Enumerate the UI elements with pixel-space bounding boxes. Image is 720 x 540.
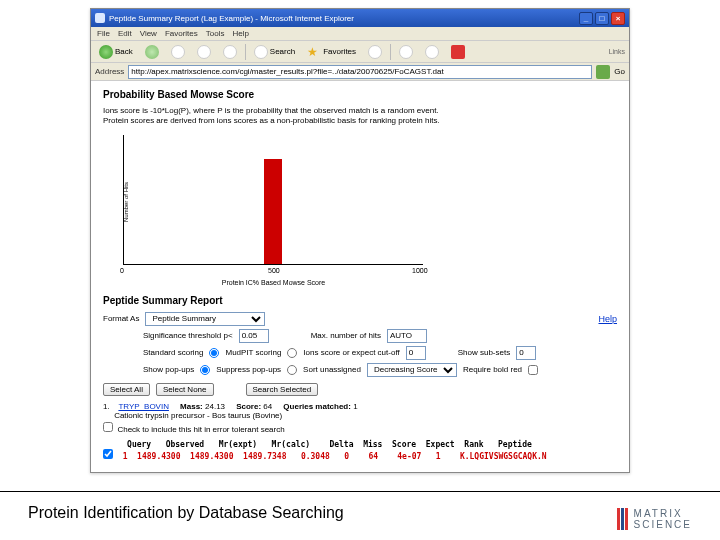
refresh-icon — [197, 45, 211, 59]
history-icon — [368, 45, 382, 59]
chart-xtick-0: 0 — [120, 267, 124, 274]
mowse-heading: Probability Based Mowse Score — [103, 89, 617, 100]
menu-help[interactable]: Help — [232, 29, 248, 38]
window-title: Peptide Summary Report (Lag Example) - M… — [109, 14, 354, 23]
links-label[interactable]: Links — [609, 48, 625, 55]
hit-checkbox[interactable] — [103, 422, 113, 432]
format-as-select[interactable]: Peptide Summary — [145, 312, 265, 326]
home-icon — [223, 45, 237, 59]
menu-view[interactable]: View — [140, 29, 157, 38]
ions-cutoff-input[interactable] — [406, 346, 426, 360]
summary-heading: Peptide Summary Report — [103, 295, 617, 306]
std-scoring-label: Standard scoring — [143, 348, 203, 357]
maximize-button[interactable]: □ — [595, 12, 609, 25]
page-content: Probability Based Mowse Score Ions score… — [91, 81, 629, 472]
pdf-button[interactable] — [447, 44, 469, 60]
peptide-row: 1 1489.4300 1489.4300 1489.7348 0.3048 0… — [103, 449, 617, 461]
chart-ylabel: Number of Hits — [123, 182, 129, 222]
show-popups-label: Show pop-ups — [143, 365, 194, 374]
close-button[interactable]: × — [611, 12, 625, 25]
suppress-popups-radio[interactable] — [287, 365, 297, 375]
mudpit-label: MudPIT scoring — [225, 348, 281, 357]
search-selected-button[interactable]: Search Selected — [246, 383, 319, 396]
favicon-icon — [95, 13, 105, 23]
mudpit-radio[interactable] — [287, 348, 297, 358]
address-bar: Address Go — [91, 63, 629, 81]
forward-button[interactable] — [141, 44, 163, 60]
address-label: Address — [95, 67, 124, 76]
print-icon — [425, 45, 439, 59]
chart-bar — [264, 159, 282, 264]
suppress-popups-label: Suppress pop-ups — [216, 365, 281, 374]
menu-edit[interactable]: Edit — [118, 29, 132, 38]
chart-xtick-500: 500 — [268, 267, 280, 274]
peptide-table: Query Observed Mr(expt) Mr(calc) Delta M… — [103, 440, 617, 461]
go-button[interactable] — [596, 65, 610, 79]
query-link[interactable]: 1 — [123, 452, 128, 461]
mail-button[interactable] — [395, 44, 417, 60]
help-link[interactable]: Help — [598, 314, 617, 324]
menu-favorites[interactable]: Favorites — [165, 29, 198, 38]
sort-unassigned-select[interactable]: Decreasing Score — [367, 363, 457, 377]
minimize-button[interactable]: _ — [579, 12, 593, 25]
favorites-button[interactable]: ★Favorites — [303, 44, 360, 60]
address-input[interactable] — [128, 65, 592, 79]
print-button[interactable] — [421, 44, 443, 60]
menu-file[interactable]: File — [97, 29, 110, 38]
sig-threshold-input[interactable] — [239, 329, 269, 343]
menu-bar: File Edit View Favorites Tools Help — [91, 27, 629, 41]
protein-hit-1: 1. TRYP_BOVIN Mass: 24.13 Score: 64 Quer… — [103, 402, 617, 420]
menu-tools[interactable]: Tools — [206, 29, 225, 38]
footer-divider — [0, 491, 720, 492]
subsets-input[interactable] — [516, 346, 536, 360]
forward-icon — [145, 45, 159, 59]
select-none-button[interactable]: Select None — [156, 383, 214, 396]
sig-threshold-label: Significance threshold p< — [143, 331, 233, 340]
format-as-label: Format As — [103, 314, 139, 323]
stop-button[interactable] — [167, 44, 189, 60]
search-button[interactable]: Search — [250, 44, 299, 60]
matrix-science-logo: MATRIX SCIENCE — [617, 508, 692, 530]
pdf-icon — [451, 45, 465, 59]
std-scoring-radio[interactable] — [209, 348, 219, 358]
stop-icon — [171, 45, 185, 59]
history-button[interactable] — [364, 44, 386, 60]
mowse-chart: Number of Hits 0 500 1000 Protein IC% Ba… — [123, 135, 423, 265]
footer-caption: Protein Identification by Database Searc… — [28, 504, 344, 522]
select-all-button[interactable]: Select All — [103, 383, 150, 396]
chart-xtick-1000: 1000 — [412, 267, 428, 274]
mowse-desc: Ions score is -10*Log(P), where P is the… — [103, 106, 617, 127]
require-bold-label: Require bold red — [463, 365, 522, 374]
sort-unassigned-label: Sort unassigned — [303, 365, 361, 374]
window-titlebar: Peptide Summary Report (Lag Example) - M… — [91, 9, 629, 27]
search-icon — [254, 45, 268, 59]
back-icon — [99, 45, 113, 59]
ions-cutoff-label: Ions score or expect cut-off — [303, 348, 399, 357]
subsets-label: Show sub-sets — [458, 348, 510, 357]
home-button[interactable] — [219, 44, 241, 60]
chart-xlabel: Protein IC% Based Mowse Score — [222, 279, 326, 286]
max-hits-input[interactable] — [387, 329, 427, 343]
toolbar: Back Search ★Favorites Links — [91, 41, 629, 63]
refresh-button[interactable] — [193, 44, 215, 60]
go-label: Go — [614, 67, 625, 76]
hit-accession-link[interactable]: TRYP_BOVIN — [118, 402, 169, 411]
browser-window: Peptide Summary Report (Lag Example) - M… — [90, 8, 630, 473]
star-icon: ★ — [307, 45, 321, 59]
back-button[interactable]: Back — [95, 44, 137, 60]
require-bold-checkbox[interactable] — [528, 365, 538, 375]
max-hits-label: Max. number of hits — [311, 331, 381, 340]
show-popups-radio[interactable] — [200, 365, 210, 375]
mail-icon — [399, 45, 413, 59]
peptide-checkbox[interactable] — [103, 449, 113, 459]
